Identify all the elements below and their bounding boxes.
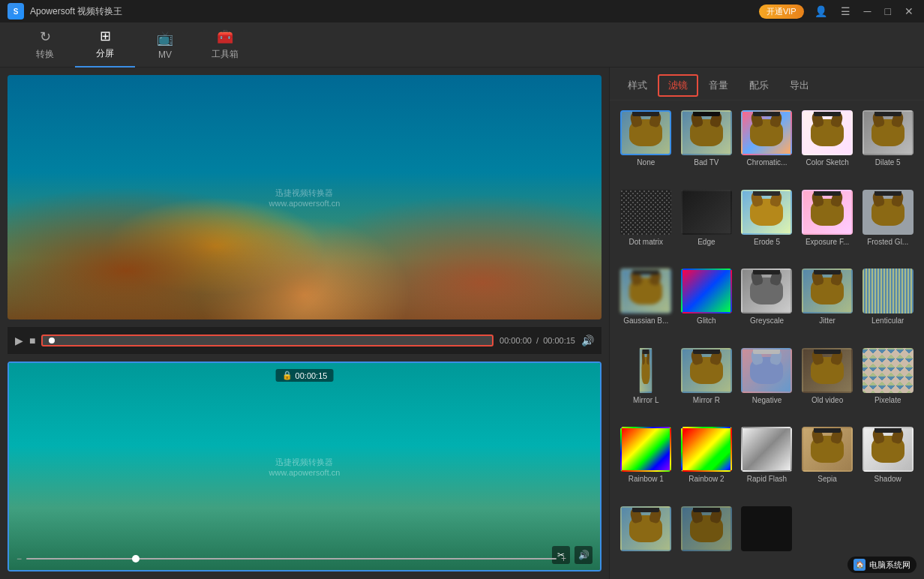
filter-item-pixelate[interactable]: Pixelate [859, 346, 916, 422]
filter-thumb-last1 [620, 506, 671, 551]
time-badge-value: 00:00:15 [296, 371, 328, 380]
filter-label-negative: Negative [752, 396, 782, 404]
filter-label-badtv: Bad TV [694, 158, 718, 166]
filter-item-exposuref[interactable]: Exposure F... [799, 188, 856, 264]
progress-thumb [49, 338, 55, 344]
filter-item-mirrorr[interactable]: Mirror R [678, 346, 736, 422]
nav-item-convert[interactable]: ↻ 转换 [15, 22, 75, 68]
filter-thumb-glitch [681, 268, 732, 314]
nav-item-split[interactable]: ⊞ 分屏 [75, 22, 135, 68]
maximize-button[interactable]: □ [882, 5, 894, 17]
filter-item-none[interactable]: None [617, 108, 675, 184]
site-watermark: 🏠 电脑系统网 [848, 556, 916, 573]
filter-thumb-jitter [802, 268, 853, 314]
time-badge: 🔒 00:00:15 [276, 369, 334, 382]
filter-thumb-frostedgl [862, 190, 914, 235]
tab-filter[interactable]: 滤镜 [658, 74, 698, 97]
filter-item-dotmatrix[interactable]: Dot matrix [617, 188, 675, 264]
filter-label-sepia: Sepia [818, 475, 837, 483]
filter-item-gaussianb[interactable]: Gaussian B... [617, 266, 675, 343]
dog-overlay-mirrorl [642, 357, 650, 384]
tab-style[interactable]: 样式 [617, 73, 658, 100]
filter-item-edge[interactable]: Edge [678, 188, 736, 264]
filter-item-greyscale[interactable]: Greyscale [738, 266, 796, 343]
dog-overlay-greyscale [750, 278, 783, 304]
filter-label-dotmatrix: Dot matrix [629, 238, 664, 246]
convert-icon: ↻ [40, 28, 51, 45]
dog-overlay-chromatic [750, 119, 783, 146]
filter-grid: None Bad TV Chromatic... Color Sketch Di [610, 100, 924, 579]
filter-thumb-greyscale [741, 268, 792, 314]
filter-label-colorsketch: Color Sketch [806, 158, 848, 166]
video-preview-top: 迅捷视频转换器www.apowersoft.cn [8, 75, 602, 320]
dog-overlay-none [629, 119, 662, 146]
filter-thumb-dotmatrix [620, 190, 671, 235]
nav-bar: ↻ 转换 ⊞ 分屏 📺 MV 🧰 工具箱 [0, 22, 924, 68]
filter-item-rainbow1[interactable]: Rainbow 1 [617, 424, 675, 501]
video-preview-bottom: 迅捷视频转换器www.apowersoft.cn 🔒 00:00:15 ✂ 🔊 … [8, 362, 602, 572]
filter-label-chromatic: Chromatic... [747, 158, 788, 166]
filter-thumb-pixelate [862, 348, 914, 393]
time-total: 00:00:15 [543, 336, 575, 345]
filter-label-pixelate: Pixelate [874, 396, 902, 404]
filter-thumb-rapidflash [741, 427, 792, 472]
filter-item-dilate5[interactable]: Dilate 5 [859, 108, 916, 184]
filter-item-negative[interactable]: Negative [738, 346, 796, 422]
filter-label-lenticular: Lenticular [872, 316, 904, 325]
app-name: Apowersoft 视频转换王 [30, 5, 122, 18]
menu-icon[interactable]: ☰ [838, 5, 854, 17]
filter-item-oldvideo[interactable]: Old video [799, 346, 856, 422]
audio-button[interactable]: 🔊 [574, 546, 592, 564]
nav-label-tools: 工具箱 [212, 48, 238, 61]
filter-label-oldvideo: Old video [812, 396, 843, 404]
filter-item-last3[interactable] [738, 504, 796, 572]
filter-label-mirrorr: Mirror R [693, 396, 720, 404]
filter-label-rapidflash: Rapid Flash [747, 475, 787, 483]
slider-minus[interactable]: − [16, 554, 22, 564]
progress-bar[interactable] [41, 334, 494, 346]
filter-item-last1[interactable] [617, 504, 675, 572]
tab-music[interactable]: 配乐 [739, 73, 779, 100]
stop-button[interactable]: ■ [29, 334, 35, 346]
filter-item-jitter[interactable]: Jitter [799, 266, 856, 343]
bottom-slider-bar: − + [16, 554, 566, 564]
filter-item-lenticular[interactable]: Lenticular [859, 266, 916, 343]
minimize-button[interactable]: ─ [861, 5, 874, 17]
filter-item-mirrorl[interactable]: Mirror L [617, 346, 675, 422]
filter-thumb-negative [741, 348, 792, 393]
nav-item-tools[interactable]: 🧰 工具箱 [195, 22, 255, 68]
video-watermark-bottom: 迅捷视频转换器www.apowersoft.cn [269, 457, 340, 477]
filter-item-rapidflash[interactable]: Rapid Flash [738, 424, 796, 501]
filter-label-jitter: Jitter [819, 316, 836, 325]
filter-item-frostedgl[interactable]: Frosted Gl... [859, 188, 916, 264]
filter-item-sepia[interactable]: Sepia [799, 424, 856, 501]
filter-item-erode5[interactable]: Erode 5 [738, 188, 796, 264]
filter-label-erode5: Erode 5 [754, 238, 780, 246]
filter-item-colorsketch[interactable]: Color Sketch [799, 108, 856, 184]
tab-export[interactable]: 导出 [779, 73, 820, 100]
close-button[interactable]: ✕ [902, 5, 916, 17]
vip-button[interactable]: 开通VIP [759, 4, 804, 19]
user-icon[interactable]: 👤 [812, 5, 830, 17]
dog-overlay-last2 [690, 515, 723, 542]
filter-item-chromatic[interactable]: Chromatic... [738, 108, 796, 184]
filter-item-last2[interactable] [678, 504, 736, 572]
slider-plus[interactable]: + [561, 554, 566, 564]
volume-icon[interactable]: 🔊 [581, 334, 594, 346]
slider-track[interactable] [26, 558, 556, 560]
dog-overlay-dilate5 [872, 119, 904, 146]
play-button[interactable]: ▶ [15, 334, 23, 346]
filter-item-rainbow2[interactable]: Rainbow 2 [678, 424, 736, 501]
filter-label-greyscale: Greyscale [750, 316, 784, 325]
tab-audio[interactable]: 音量 [698, 73, 739, 100]
right-panel: 样式 滤镜 音量 配乐 导出 None Bad TV Chromati [609, 68, 924, 579]
nav-item-mv[interactable]: 📺 MV [135, 22, 195, 68]
filter-item-shadow[interactable]: Shadow [859, 424, 916, 501]
filter-item-glitch[interactable]: Glitch [678, 266, 736, 343]
filter-label-edge: Edge [698, 238, 715, 246]
filter-thumb-rainbow1 [620, 427, 671, 472]
dog-overlay-oldvideo [811, 357, 844, 384]
filter-item-badtv[interactable]: Bad TV [678, 108, 736, 184]
filter-thumb-exposuref [802, 190, 853, 235]
nav-label-mv: MV [158, 50, 172, 60]
